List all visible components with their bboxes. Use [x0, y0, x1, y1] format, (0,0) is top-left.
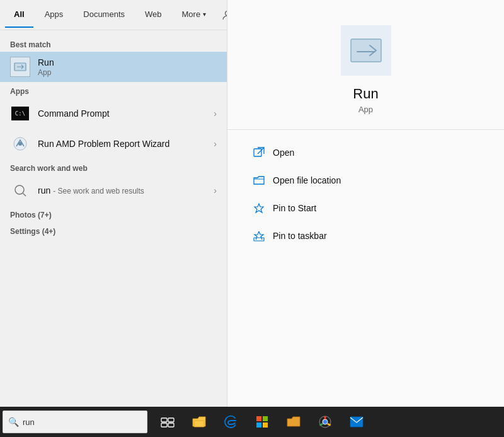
edge-browser-button[interactable] — [215, 407, 246, 437]
pin-to-start-action[interactable]: Pin to Start — [248, 195, 484, 221]
detail-header: Run App — [227, 0, 504, 130]
tab-web[interactable]: Web — [136, 2, 171, 28]
tabs-bar: All Apps Documents Web More ▾ — [0, 0, 227, 30]
detail-app-type: App — [358, 105, 373, 114]
tab-documents[interactable]: Documents — [74, 2, 134, 28]
detail-actions: Open Open file location Pin to Start — [227, 130, 504, 259]
tab-all[interactable]: All — [5, 2, 33, 28]
taskbar-search-icon: 🔍 — [8, 417, 19, 427]
svg-rect-15 — [161, 423, 167, 427]
detail-app-name: Run — [353, 86, 378, 102]
svg-rect-27 — [350, 417, 363, 427]
cmd-result-item[interactable]: C:\ Command Prompt › — [0, 98, 227, 129]
svg-rect-10 — [254, 149, 261, 156]
svg-rect-21 — [263, 422, 268, 428]
open-file-location-label: Open file location — [273, 175, 341, 185]
open-file-location-action[interactable]: Open file location — [248, 168, 484, 193]
taskbar-search-text: run — [23, 417, 35, 427]
amd-result-item[interactable]: Run AMD Problem Report Wizard › — [0, 129, 227, 159]
detail-panel: Run App Open Open file location — [227, 0, 504, 437]
svg-rect-14 — [168, 418, 174, 422]
pin-to-start-label: Pin to Start — [273, 203, 316, 213]
run-icon-graphic — [14, 62, 26, 71]
photos-label: Photos (7+) — [0, 206, 227, 222]
best-match-text: Run App — [38, 57, 217, 77]
open-action[interactable]: Open — [248, 140, 484, 165]
amd-text: Run AMD Problem Report Wizard — [38, 138, 209, 149]
search-web-label: Search work and web — [0, 159, 227, 175]
detail-app-icon — [341, 25, 391, 76]
svg-point-7 — [15, 185, 24, 194]
apps-section-label: Apps — [0, 82, 227, 98]
amd-icon — [10, 134, 30, 154]
web-search-icon — [10, 180, 30, 201]
pin-to-taskbar-label: Pin to taskbar — [273, 231, 327, 241]
amd-arrow-icon: › — [214, 139, 217, 149]
svg-rect-20 — [256, 422, 261, 428]
cmd-icon: C:\ — [10, 103, 30, 124]
open-label: Open — [273, 148, 294, 158]
best-match-label: Best match — [0, 35, 227, 52]
chevron-down-icon: ▾ — [203, 11, 206, 18]
svg-rect-19 — [263, 416, 268, 421]
taskbar-search-box[interactable]: 🔍 run — [3, 411, 147, 433]
open-icon — [253, 146, 265, 159]
web-search-item[interactable]: run - See work and web results › — [0, 175, 227, 206]
svg-line-8 — [23, 194, 26, 197]
file-explorer-button[interactable] — [184, 407, 214, 437]
task-view-button[interactable] — [152, 407, 183, 437]
web-search-arrow-icon: › — [214, 185, 217, 195]
cmd-arrow-icon: › — [214, 108, 217, 119]
chrome-button[interactable] — [310, 407, 340, 437]
svg-rect-13 — [161, 418, 167, 422]
taskbar-icons — [152, 407, 372, 437]
search-panel: All Apps Documents Web More ▾ — [0, 0, 227, 437]
taskbar: 🔍 run — [0, 407, 504, 437]
file-manager-button[interactable] — [278, 407, 309, 437]
pin-start-icon — [253, 202, 265, 214]
tab-more[interactable]: More ▾ — [173, 2, 215, 28]
svg-rect-18 — [256, 416, 261, 421]
pin-to-taskbar-action[interactable]: Pin to taskbar — [248, 223, 484, 248]
pin-taskbar-icon — [253, 230, 265, 242]
results-list: Best match Run App Apps C:\ — [0, 30, 227, 437]
settings-label: Settings (4+) — [0, 222, 227, 238]
svg-rect-16 — [168, 423, 174, 427]
svg-rect-17 — [194, 421, 204, 427]
best-match-item[interactable]: Run App — [0, 52, 227, 82]
store-button[interactable] — [247, 407, 277, 437]
run-app-icon — [10, 57, 30, 77]
svg-rect-12 — [254, 238, 264, 241]
folder-icon — [253, 174, 265, 187]
svg-point-6 — [18, 142, 22, 146]
web-search-text: run - See work and web results — [38, 185, 209, 197]
mail-button[interactable] — [341, 407, 372, 437]
svg-point-23 — [323, 419, 328, 424]
cmd-text: Command Prompt — [38, 108, 209, 119]
tab-apps[interactable]: Apps — [36, 2, 72, 28]
